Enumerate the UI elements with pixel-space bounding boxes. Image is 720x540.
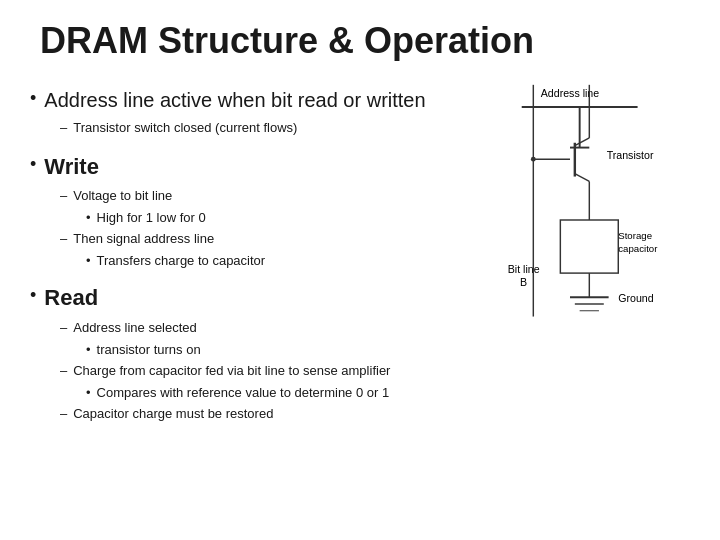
address-line-label: Address line [541,87,599,99]
bullet-marker-1: • [30,86,36,111]
dash-marker-2: – [60,186,67,206]
sub-marker-2: • [86,251,91,271]
svg-line-4 [575,138,589,146]
content-area: • Address line active when bit read or w… [30,80,690,426]
dash-marker-6: – [60,404,67,424]
dash-marker-1: – [60,118,67,138]
dash-signal: – Then signal address line [60,229,450,249]
dram-diagram: Address line Transistor B [460,80,680,360]
dash-text-2: Voltage to bit line [73,186,172,206]
dash-capacitor-restored: – Capacitor charge must be restored [60,404,450,424]
bit-line-label: Bit line [508,263,540,275]
text-area: • Address line active when bit read or w… [30,80,450,426]
diagram-area: Address line Transistor B [460,80,690,426]
bullet-marker-2: • [30,152,36,177]
bullet-text-1: Address line active when bit read or wri… [44,86,425,114]
svg-text:B: B [520,276,527,288]
ground-label: Ground [618,292,653,304]
dash-text-1: Transistor switch closed (current flows) [73,118,297,138]
sub-text-4: Compares with reference value to determi… [97,383,390,403]
svg-text:capacitor: capacitor [618,243,658,254]
sub-high-low: • High for 1 low for 0 [86,208,450,228]
sub-text-3: transistor turns on [97,340,201,360]
svg-point-18 [531,157,536,162]
dash-transistor: – Transistor switch closed (current flow… [60,118,450,138]
dash-address-selected: – Address line selected [60,318,450,338]
sub-marker-1: • [86,208,91,228]
svg-rect-11 [560,220,618,273]
bullet-marker-3: • [30,283,36,308]
dash-charge-capacitor: – Charge from capacitor fed via bit line… [60,361,450,381]
bullet-read: • Read [30,283,450,314]
sub-transistor-on: • transistor turns on [86,340,450,360]
sub-transfers: • Transfers charge to capacitor [86,251,450,271]
transistor-label: Transistor [607,149,654,161]
bullet-address-line: • Address line active when bit read or w… [30,86,450,114]
dash-marker-5: – [60,361,67,381]
dash-text-5: Charge from capacitor fed via bit line t… [73,361,390,381]
dash-text-4: Address line selected [73,318,197,338]
dash-marker-3: – [60,229,67,249]
sub-marker-3: • [86,340,91,360]
bullet-text-3: Read [44,283,98,314]
dash-text-6: Capacitor charge must be restored [73,404,273,424]
sub-text-1: High for 1 low for 0 [97,208,206,228]
sub-text-2: Transfers charge to capacitor [97,251,266,271]
storage-capacitor-label: Storage [618,230,652,241]
dash-voltage: – Voltage to bit line [60,186,450,206]
sub-marker-4: • [86,383,91,403]
slide-title: DRAM Structure & Operation [30,20,690,62]
dash-marker-4: – [60,318,67,338]
sub-compares: • Compares with reference value to deter… [86,383,450,403]
bullet-text-2: Write [44,152,99,183]
dash-text-3: Then signal address line [73,229,214,249]
bullet-write: • Write [30,152,450,183]
svg-line-5 [575,174,589,182]
slide: DRAM Structure & Operation • Address lin… [0,0,720,540]
